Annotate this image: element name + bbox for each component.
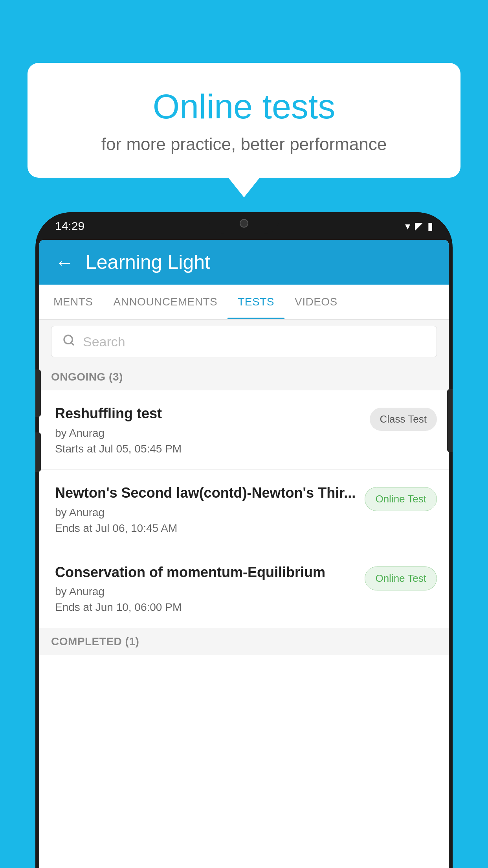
app-header-title: Learning Light xyxy=(86,251,210,274)
back-button[interactable]: ← xyxy=(55,252,74,273)
test-item-conservation-title: Conservation of momentum-Equilibrium xyxy=(55,563,357,582)
signal-icon: ◤ xyxy=(415,220,423,232)
test-item-reshuffling-content: Reshuffling test by Anurag Starts at Jul… xyxy=(55,405,370,455)
app-content: ← Learning Light MENTS ANNOUNCEMENTS TES… xyxy=(39,240,449,868)
wifi-icon: ▾ xyxy=(405,220,410,232)
search-input[interactable]: Search xyxy=(83,334,125,349)
test-badge-online-2: Online Test xyxy=(365,566,437,590)
tab-videos[interactable]: VIDEOS xyxy=(284,285,348,319)
power-button xyxy=(447,389,453,452)
test-item-newtons-date: Ends at Jul 06, 10:45 AM xyxy=(55,522,357,535)
test-item-conservation[interactable]: Conservation of momentum-Equilibrium by … xyxy=(39,549,449,629)
completed-section-header: COMPLETED (1) xyxy=(39,628,449,655)
tab-tests[interactable]: TESTS xyxy=(227,285,284,319)
test-item-reshuffling-title: Reshuffling test xyxy=(55,405,362,423)
test-item-conservation-author: by Anurag xyxy=(55,585,357,598)
app-header: ← Learning Light xyxy=(39,240,449,285)
battery-icon: ▮ xyxy=(427,220,433,232)
volume-up-button xyxy=(35,370,41,417)
test-item-conservation-date: Ends at Jun 10, 06:00 PM xyxy=(55,601,357,614)
test-item-newtons-content: Newton's Second law(contd)-Newton's Thir… xyxy=(55,484,365,535)
test-item-reshuffling[interactable]: Reshuffling test by Anurag Starts at Jul… xyxy=(39,390,449,470)
ongoing-section-header: ONGOING (3) xyxy=(39,364,449,390)
search-input-wrapper[interactable]: Search xyxy=(51,326,437,357)
speech-bubble-subtitle: for more practice, better performance xyxy=(59,134,429,154)
status-bar: 14:29 ▾ ◤ ▮ xyxy=(35,212,453,240)
test-item-reshuffling-date: Starts at Jul 05, 05:45 PM xyxy=(55,443,362,455)
svg-line-1 xyxy=(71,342,73,345)
status-icons: ▾ ◤ ▮ xyxy=(405,220,433,232)
camera xyxy=(240,219,248,228)
speech-bubble: Online tests for more practice, better p… xyxy=(28,63,460,178)
test-item-conservation-content: Conservation of momentum-Equilibrium by … xyxy=(55,563,365,614)
volume-down-button xyxy=(35,432,41,472)
phone-frame: 14:29 ▾ ◤ ▮ ← Learning Light MENTS ANNOU… xyxy=(35,212,453,868)
speech-bubble-title: Online tests xyxy=(59,86,429,127)
test-item-newtons-title: Newton's Second law(contd)-Newton's Thir… xyxy=(55,484,357,502)
speech-bubble-container: Online tests for more practice, better p… xyxy=(28,63,460,197)
test-item-newtons[interactable]: Newton's Second law(contd)-Newton's Thir… xyxy=(39,470,449,549)
search-icon xyxy=(62,333,75,350)
tab-ments[interactable]: MENTS xyxy=(43,285,103,319)
test-badge-online-1: Online Test xyxy=(365,487,437,511)
tab-announcements[interactable]: ANNOUNCEMENTS xyxy=(103,285,228,319)
search-container: Search xyxy=(39,320,449,364)
test-item-reshuffling-author: by Anurag xyxy=(55,427,362,440)
speech-bubble-arrow xyxy=(228,178,260,197)
test-item-newtons-author: by Anurag xyxy=(55,506,357,519)
tabs-bar: MENTS ANNOUNCEMENTS TESTS VIDEOS xyxy=(39,285,449,320)
status-time: 14:29 xyxy=(55,219,84,233)
phone-notch xyxy=(209,212,279,234)
test-badge-class: Class Test xyxy=(370,408,437,431)
